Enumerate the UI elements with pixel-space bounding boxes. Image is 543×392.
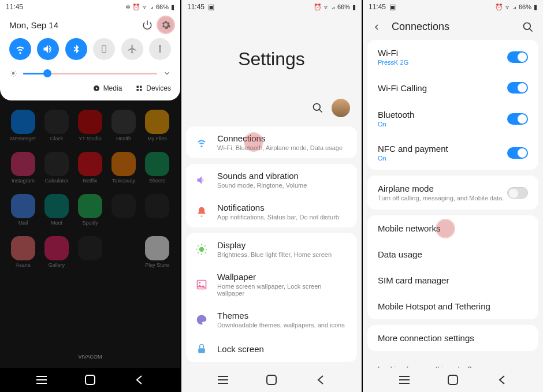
search-icon[interactable] (522, 21, 534, 33)
item-title: SIM card manager (378, 275, 528, 285)
app-icon[interactable]: Health (109, 110, 139, 141)
app-icon[interactable] (75, 236, 105, 268)
brightness-slider[interactable] (23, 73, 157, 74)
settings-item[interactable]: Display Brightness, Blue light filter, H… (186, 233, 357, 265)
qs-wifi-toggle[interactable] (9, 38, 31, 60)
app-icon[interactable]: YT Studio (75, 110, 105, 141)
app-icon[interactable]: Gallery (42, 236, 72, 268)
app-icon[interactable]: Netflix (75, 152, 105, 184)
item-subtitle: Home screen wallpaper, Lock screen wallp… (217, 283, 348, 297)
item-title: More connection settings (378, 333, 528, 343)
settings-item[interactable]: Themes Downloadable themes, wallpapers, … (186, 304, 357, 335)
item-subtitle: Wi-Fi, Bluetooth, Airplane mode, Data us… (217, 144, 348, 151)
settings-group: Connections Wi-Fi, Bluetooth, Airplane m… (186, 126, 357, 158)
app-icon[interactable]: Mail (8, 194, 38, 226)
item-subtitle: PressK 2G (378, 59, 507, 66)
status-icons: ⏰ ᯤ ⊿ (314, 3, 335, 11)
nav-back[interactable] (314, 374, 326, 386)
qs-date[interactable]: Mon, Sep 14 (9, 20, 58, 30)
conn-item[interactable]: Airplane mode Turn off calling, messagin… (367, 176, 538, 210)
toggle[interactable] (507, 147, 528, 159)
media-button[interactable]: Media (93, 84, 122, 92)
item-subtitle: Brightness, Blue light filter, Home scre… (217, 251, 348, 258)
nav-home[interactable] (447, 374, 459, 386)
conn-item[interactable]: SIM card manager (367, 267, 538, 293)
quick-settings-card: Mon, Sep 14 (0, 14, 180, 100)
settings-item[interactable]: Sounds and vibration Sound mode, Rington… (186, 164, 357, 196)
screenshot-icon: ▣ (208, 3, 214, 11)
item-title: Notifications (217, 203, 348, 212)
settings-item[interactable]: Lock screen (186, 335, 357, 362)
app-icon[interactable]: Asana (8, 236, 38, 268)
svg-rect-10 (85, 375, 95, 384)
nav-recent[interactable] (36, 374, 47, 386)
app-icon[interactable]: Clock (42, 110, 72, 141)
conn-item[interactable]: Data usage (367, 241, 538, 267)
nav-home[interactable] (84, 374, 96, 386)
nav-recent[interactable] (217, 374, 229, 386)
app-icon[interactable]: Calculator (42, 152, 72, 184)
nav-bar (181, 368, 362, 392)
power-icon[interactable] (142, 20, 153, 30)
nav-back[interactable] (133, 374, 144, 386)
sun-icon (195, 243, 208, 256)
app-icon[interactable]: Play Store (142, 236, 172, 268)
app-icon[interactable] (109, 194, 139, 226)
toggle[interactable] (507, 82, 528, 94)
conn-item[interactable]: Mobile Hotspot and Tethering (367, 293, 538, 319)
qs-sound-toggle[interactable] (37, 38, 59, 60)
avatar[interactable] (332, 99, 350, 117)
settings-item[interactable]: Wallpaper Home screen wallpaper, Lock sc… (186, 265, 357, 304)
svg-point-11 (314, 104, 321, 111)
item-title: Themes (217, 311, 348, 320)
nav-bar (363, 368, 543, 392)
back-icon[interactable] (372, 23, 381, 32)
qs-flashlight-toggle[interactable] (149, 38, 171, 60)
app-icon[interactable]: Sheets (142, 152, 172, 184)
item-title: NFC and payment (378, 144, 507, 154)
battery-icon: ▮ (171, 3, 174, 11)
qs-bluetooth-toggle[interactable] (65, 38, 87, 60)
svg-rect-24 (448, 375, 458, 384)
sound-icon (195, 174, 208, 186)
conn-item[interactable]: More connection settings (367, 325, 538, 351)
toggle[interactable] (507, 51, 528, 63)
conn-item[interactable]: Wi-Fi Calling (367, 74, 538, 102)
chevron-down-icon[interactable] (163, 69, 171, 77)
settings-group: Sounds and vibration Sound mode, Rington… (186, 164, 357, 227)
settings-item[interactable]: Notifications App notifications, Status … (186, 196, 357, 227)
nav-recent[interactable] (399, 374, 410, 386)
app-icon[interactable]: Takeaway (109, 152, 139, 184)
app-icon[interactable] (109, 236, 139, 268)
item-title: Display (217, 240, 348, 250)
conn-item[interactable]: Bluetooth On (367, 102, 538, 136)
app-icon[interactable] (142, 194, 172, 226)
svg-rect-5 (137, 89, 139, 91)
battery-icon: ▮ (352, 3, 356, 11)
qs-airplane-toggle[interactable] (121, 38, 143, 60)
app-icon[interactable]: Messenger (8, 110, 38, 141)
conn-item[interactable]: Mobile networks (367, 215, 538, 241)
nav-back[interactable] (496, 374, 507, 386)
battery-icon: ▮ (534, 3, 537, 11)
app-icon[interactable]: Spotify (75, 194, 105, 226)
settings-gear-icon[interactable] (161, 20, 171, 30)
item-subtitle: Turn off calling, messaging, and Mobile … (378, 195, 507, 201)
status-time: 11:45 (369, 3, 386, 11)
nav-home[interactable] (266, 374, 277, 386)
item-title: Wi-Fi Calling (378, 83, 507, 93)
app-icon[interactable]: Meet (42, 194, 72, 226)
conn-item[interactable]: Wi-Fi PressK 2G (367, 40, 538, 74)
search-icon[interactable] (312, 102, 323, 114)
brightness-icon (9, 69, 17, 77)
svg-point-12 (199, 247, 204, 251)
conn-group: Wi-Fi PressK 2G Wi-Fi Calling Bluetooth … (367, 40, 538, 170)
toggle[interactable] (507, 187, 528, 199)
conn-item[interactable]: NFC and payment On (367, 136, 538, 170)
toggle[interactable] (507, 113, 528, 125)
app-icon[interactable]: My Files (142, 110, 172, 141)
app-icon[interactable]: Instagram (8, 152, 38, 184)
devices-button[interactable]: Devices (136, 84, 171, 92)
qs-rotation-toggle[interactable] (93, 38, 115, 60)
settings-item[interactable]: Connections Wi-Fi, Bluetooth, Airplane m… (186, 126, 357, 158)
